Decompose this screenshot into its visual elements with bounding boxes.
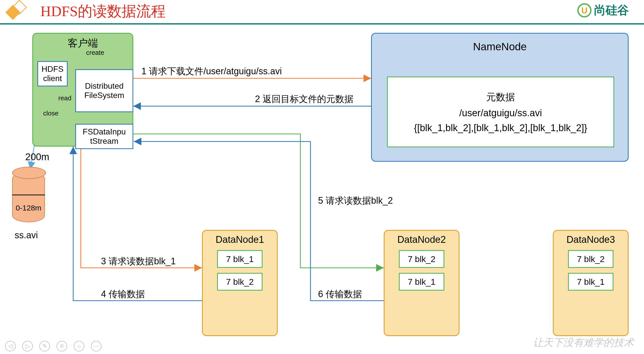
edge-5-label: 5 请求读数据blk_2 [318, 195, 393, 207]
datanode-1: DataNode1 7 blk_1 7 blk_2 [202, 230, 278, 336]
dn3-block-1: 7 blk_1 [568, 273, 613, 291]
distributed-filesystem-box: Distributed FileSystem [75, 69, 133, 112]
create-label: create [86, 49, 104, 57]
presenter-toolbar: ◁ ▷ ✎ ⎘ ⌕ ⋯ [5, 341, 101, 351]
file-cylinder: 0-128m [12, 172, 45, 222]
dn2-block-0: 7 blk_2 [399, 250, 444, 268]
brand-logo: 尚硅谷 [577, 3, 629, 18]
brand-text: 尚硅谷 [594, 3, 629, 18]
dn2-block-1: 7 blk_1 [399, 273, 444, 291]
edge-2-label: 2 返回目标文件的元数据 [255, 93, 353, 105]
edge-6-label: 6 传输数据 [318, 288, 362, 300]
namenode-panel: NameNode 元数据 /user/atguigu/ss.avi {[blk_… [371, 33, 629, 162]
copy-button[interactable]: ⎘ [57, 341, 67, 351]
close-label: close [43, 109, 59, 117]
zoom-button[interactable]: ⌕ [74, 341, 84, 351]
metadata-box: 元数据 /user/atguigu/ss.avi {[blk_1,blk_2],… [387, 77, 614, 147]
hdfs-client-box: HDFS client [37, 61, 68, 86]
brand-mark-icon [577, 3, 591, 17]
client-title: 客户端 [33, 36, 133, 50]
page-title: HDFS的读数据流程 [40, 2, 166, 21]
header-divider [0, 23, 644, 25]
next-slide-button[interactable]: ▷ [22, 341, 33, 351]
client-size: 200m [25, 152, 49, 162]
edge-3-label: 3 请求读数据blk_1 [101, 255, 176, 268]
meta-title: 元数据 [486, 91, 515, 104]
fsdatainputstream-box: FSDataInpu tStream [75, 124, 133, 149]
more-button[interactable]: ⋯ [91, 341, 101, 351]
prev-slide-button[interactable]: ◁ [5, 341, 16, 351]
dn1-title: DataNode1 [203, 234, 277, 245]
hdfs-client-text: HDFS client [41, 64, 63, 83]
dn3-block-0: 7 blk_2 [568, 250, 613, 268]
dn3-title: DataNode3 [554, 234, 628, 245]
meta-blocks: {[blk_1,blk_2],[blk_1,blk_2],[blk_1,blk_… [414, 123, 587, 133]
edge-4-label: 4 传输数据 [101, 288, 145, 300]
namenode-title: NameNode [372, 41, 628, 53]
footer-slogan: 让天下没有难学的技术 [533, 336, 634, 349]
cyl-caption: ss.avi [15, 230, 38, 241]
datanode-3: DataNode3 7 blk_2 7 blk_1 [553, 230, 629, 336]
dn2-title: DataNode2 [384, 234, 459, 245]
read-label: read [58, 94, 71, 102]
dn1-block-1: 7 blk_2 [217, 273, 263, 291]
edge-1-label: 1 请求下载文件/user/atguigu/ss.avi [141, 65, 282, 78]
dn1-block-0: 7 blk_1 [217, 250, 263, 268]
fsdis-text: FSDataInpu tStream [83, 127, 126, 146]
meta-path: /user/atguigu/ss.avi [459, 108, 542, 119]
pen-button[interactable]: ✎ [39, 341, 50, 351]
datanode-2: DataNode2 7 blk_2 7 blk_1 [384, 230, 459, 336]
cyl-range: 0-128m [13, 204, 44, 212]
dfs-text: Distributed FileSystem [84, 81, 124, 100]
slide-decor-icon [7, 2, 27, 22]
